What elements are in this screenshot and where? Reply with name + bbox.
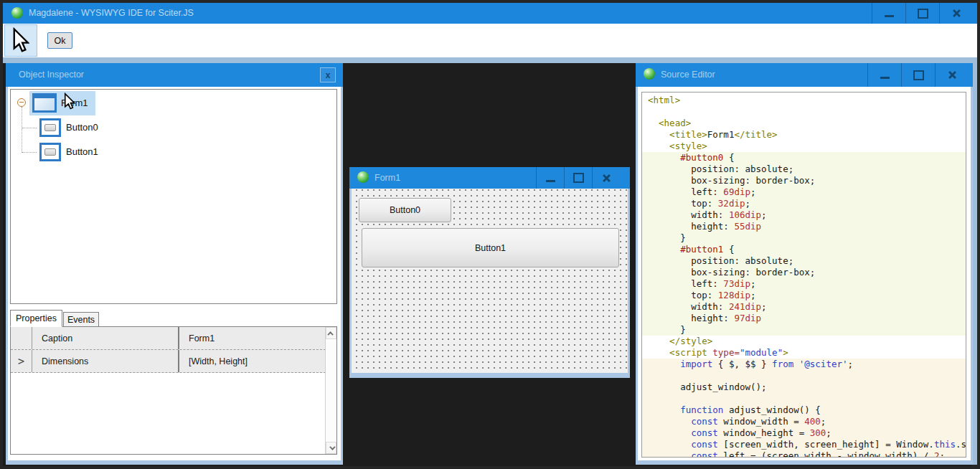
tab-events[interactable]: Events <box>63 312 99 327</box>
tree-item-button1[interactable]: Button1 <box>11 140 336 164</box>
code-token: { $, $$ } <box>712 359 772 369</box>
chevron-down-icon <box>329 444 335 450</box>
property-value[interactable]: [Width, Height] <box>179 350 325 372</box>
code-token: 106dip <box>729 209 761 220</box>
code-line: <html> <box>642 95 966 106</box>
code-token: 128dip <box>718 290 750 300</box>
form-window-controls <box>536 167 620 189</box>
minimize-icon <box>885 15 894 17</box>
code-token: 55dip <box>734 221 761 232</box>
minimize-button[interactable] <box>867 63 901 87</box>
code-line: <head> <box>642 118 966 129</box>
maximize-button[interactable] <box>905 3 939 24</box>
close-icon: x <box>326 71 331 80</box>
minimize-button[interactable] <box>872 3 905 24</box>
close-button[interactable] <box>935 63 969 87</box>
code-token: #button0 <box>648 152 723 163</box>
code-token: ; <box>826 427 831 438</box>
tab-properties[interactable]: Properties <box>10 310 62 327</box>
close-icon <box>603 174 611 182</box>
scroll-down-button[interactable] <box>326 442 336 454</box>
tree-item-button0[interactable]: Button0 <box>11 115 336 140</box>
code-line: #button0 { <box>642 152 966 164</box>
code-token: position: absolute; <box>648 164 793 174</box>
form-titlebar[interactable]: Form1 <box>349 167 630 189</box>
code-token: ; <box>761 209 767 220</box>
code-line: const [screen_width, screen_height] = Wi… <box>642 439 966 450</box>
app-logo-icon <box>11 7 23 19</box>
code-line: box-sizing: border-box; <box>642 267 966 278</box>
scroll-up-button[interactable] <box>326 327 336 339</box>
ok-button[interactable]: Ok <box>47 32 72 49</box>
expand-chevron-icon[interactable]: > <box>11 350 32 372</box>
close-button[interactable] <box>592 167 620 189</box>
code-token: 400 <box>804 416 821 427</box>
code-token: 97dip <box>734 313 761 323</box>
form-title: Form1 <box>374 167 400 189</box>
code-token: const <box>648 427 718 438</box>
collapse-toggle-icon[interactable] <box>17 98 26 107</box>
code-line <box>642 393 966 404</box>
code-line: position: absolute; <box>642 255 966 267</box>
row-gutter <box>11 327 32 349</box>
source-editor-title: Source Editor <box>661 63 715 87</box>
property-row[interactable]: CaptionForm1 <box>11 327 336 350</box>
code-editor[interactable]: <html> <head> <title>Form1</title> <styl… <box>641 92 966 458</box>
code-token: </title> <box>734 129 777 140</box>
code-token: left: <box>648 278 723 289</box>
code-token: <head> <box>648 118 691 128</box>
code-token: this <box>934 439 956 450</box>
property-row[interactable]: >Dimensions[Width, Height] <box>11 350 336 373</box>
code-line: } <box>642 324 966 336</box>
tree-item-form1[interactable]: Form1 <box>11 91 336 115</box>
form-designer-window: Form1 Button0 Button1 <box>349 167 630 378</box>
code-token: ; <box>750 278 756 289</box>
code-token: from <box>772 359 793 369</box>
code-token: import <box>648 359 712 369</box>
close-button[interactable] <box>939 3 973 24</box>
code-line: adjust_window(); <box>642 382 966 393</box>
code-line: <script type="module"> <box>642 347 966 359</box>
property-value[interactable]: Form1 <box>179 327 325 349</box>
code-token <box>793 359 799 369</box>
code-line: <title>Form1</title> <box>642 129 966 141</box>
code-token: #button1 <box>648 244 723 255</box>
code-token: adjust_window() { <box>723 404 820 415</box>
code-token: > <box>783 347 788 358</box>
designed-button0[interactable]: Button0 <box>359 198 451 222</box>
properties-table: CaptionForm1>Dimensions[Width, Height] <box>10 326 337 455</box>
code-line: } <box>642 232 966 244</box>
maximize-button[interactable] <box>901 63 935 87</box>
code-line: left: 73dip; <box>642 278 966 290</box>
code-token: "module" <box>740 347 783 358</box>
pointer-tool-button[interactable] <box>4 24 37 57</box>
object-inspector-titlebar[interactable]: Object Inspector x <box>6 63 343 87</box>
object-inspector-title: Object Inspector <box>19 63 84 87</box>
source-editor-titlebar[interactable]: Source Editor <box>636 63 973 87</box>
minimize-button[interactable] <box>536 167 564 189</box>
code-token: height: <box>648 313 734 323</box>
properties-scrollbar[interactable] <box>325 327 336 454</box>
client-frame-right <box>972 63 977 465</box>
code-token: } <box>648 324 686 335</box>
code-line: const left = (screen_width - window_widt… <box>642 450 966 458</box>
close-icon <box>948 71 956 79</box>
form-canvas[interactable]: Button0 Button1 <box>352 189 628 373</box>
object-inspector-close-button[interactable]: x <box>320 67 336 82</box>
code-token: { <box>723 244 734 255</box>
code-token: top: <box>648 198 718 209</box>
code-line: <style> <box>642 141 966 152</box>
code-line: top: 32dip; <box>642 198 966 209</box>
code-token: } <box>648 232 686 243</box>
code-token: ; <box>939 450 945 458</box>
code-token: position: absolute; <box>648 255 793 266</box>
designed-button1[interactable]: Button1 <box>362 228 619 267</box>
maximize-button[interactable] <box>564 167 592 189</box>
button-icon <box>39 143 61 161</box>
main-titlebar[interactable]: Magdalene - WYSIWYG IDE for Sciter.JS <box>3 3 977 24</box>
code-token: const <box>648 416 718 427</box>
code-token: <script <box>648 347 712 358</box>
object-inspector-body: Form1 Button0 Button1 Properties Events <box>8 87 341 460</box>
widget-tree: Form1 Button0 Button1 <box>10 89 337 304</box>
code-line: width: 106dip; <box>642 209 966 221</box>
